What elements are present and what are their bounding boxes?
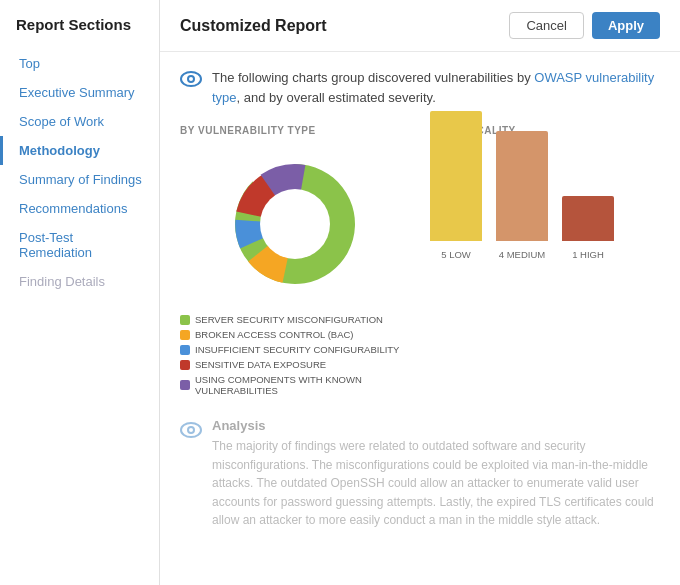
page-title: Customized Report [180,17,327,35]
sidebar-item-methodology[interactable]: Methodology [0,136,159,165]
vuln-chart-legend: SERVER SECURITY MISCONFIGURATIONBROKEN A… [180,314,410,396]
analysis-text: The majority of findings were related to… [212,437,660,530]
analysis-eye-icon [180,420,202,443]
bar-label: 4 MEDIUM [499,249,545,260]
cancel-button[interactable]: Cancel [509,12,583,39]
donut-chart [180,144,410,304]
legend-item: SENSITIVE DATA EXPOSURE [180,359,410,370]
bar-group: 4 MEDIUM [496,131,548,260]
vuln-chart-label: BY VULNERABILITY TYPE [180,125,410,136]
svg-point-3 [181,423,201,437]
sidebar-item-scope-of-work[interactable]: Scope of Work [0,107,159,136]
bar [496,131,548,241]
svg-point-0 [181,72,201,86]
sidebar-item-recommendations[interactable]: Recommendations [0,194,159,223]
sidebar: Report Sections TopExecutive SummaryScop… [0,0,160,585]
sidebar-item-finding-details[interactable]: Finding Details [0,267,159,296]
svg-point-1 [188,76,194,82]
bar-label: 1 HIGH [572,249,604,260]
svg-point-2 [260,189,330,259]
bar-label: 5 LOW [441,249,471,260]
sidebar-title: Report Sections [0,16,159,49]
sidebar-item-executive-summary[interactable]: Executive Summary [0,78,159,107]
legend-item: INSUFFICIENT SECURITY CONFIGURABILITY [180,344,410,355]
sidebar-item-top[interactable]: Top [0,49,159,78]
bar [562,196,614,241]
content-area: The following charts group discovered vu… [160,52,680,546]
info-row: The following charts group discovered vu… [180,68,660,107]
header-bar: Customized Report Cancel Apply [160,0,680,52]
main-content: Customized Report Cancel Apply The follo… [160,0,680,585]
criticality-chart-section: BY CRITICALITY 5 LOW 4 MEDIUM 1 HIGH [430,125,660,284]
sidebar-item-post-test-remediation[interactable]: Post-Test Remediation [0,223,159,267]
bar-group: 5 LOW [430,111,482,260]
svg-point-4 [188,427,194,433]
vuln-type-chart-section: BY VULNERABILITY TYPE [180,125,410,400]
apply-button[interactable]: Apply [592,12,660,39]
info-text-after: , and by overall estimated severity. [237,90,436,105]
header-actions: Cancel Apply [509,12,660,39]
charts-row: BY VULNERABILITY TYPE [180,125,660,400]
bar-group: 1 HIGH [562,196,614,260]
info-text: The following charts group discovered vu… [212,68,660,107]
info-text-before: The following charts group discovered vu… [212,70,534,85]
legend-item: SERVER SECURITY MISCONFIGURATION [180,314,410,325]
eye-icon [180,69,202,92]
sidebar-item-summary-of-findings[interactable]: Summary of Findings [0,165,159,194]
bar [430,111,482,241]
analysis-content: Analysis The majority of findings were r… [212,418,660,530]
legend-item: USING COMPONENTS WITH KNOWN VULNERABILIT… [180,374,410,396]
legend-item: BROKEN ACCESS CONTROL (BAC) [180,329,410,340]
bars-container: 5 LOW 4 MEDIUM 1 HIGH [430,144,660,284]
analysis-row: Analysis The majority of findings were r… [180,418,660,530]
analysis-title: Analysis [212,418,660,433]
